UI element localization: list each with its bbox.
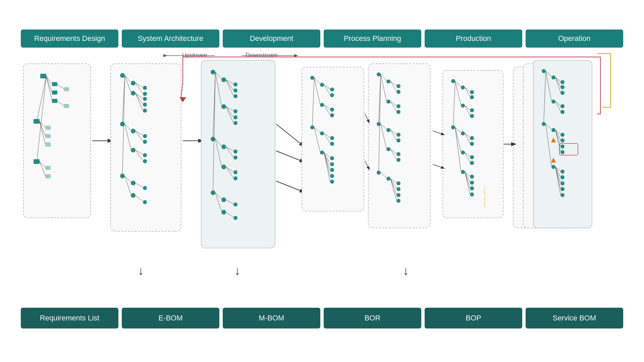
svg-point-214 <box>542 69 546 73</box>
svg-point-148 <box>396 104 400 108</box>
svg-point-88 <box>233 156 237 160</box>
phase-btn-operation2[interactable]: Operation <box>526 29 623 48</box>
svg-point-195 <box>470 136 474 140</box>
svg-point-203 <box>470 161 474 165</box>
svg-point-49 <box>131 148 136 153</box>
svg-point-168 <box>386 177 390 181</box>
svg-point-68 <box>233 82 237 86</box>
svg-point-166 <box>377 171 381 175</box>
svg-point-160 <box>386 147 390 151</box>
svg-point-158 <box>396 138 400 142</box>
svg-point-66 <box>221 77 226 82</box>
down-arrow-prod: ↓ <box>403 264 409 278</box>
svg-point-177 <box>451 79 455 83</box>
svg-point-33 <box>143 92 147 96</box>
svg-point-123 <box>330 136 334 140</box>
panel-development <box>201 60 275 248</box>
svg-point-53 <box>143 159 147 163</box>
svg-rect-16 <box>45 134 51 138</box>
svg-point-222 <box>560 91 565 95</box>
svg-point-78 <box>233 115 237 119</box>
bottom-btn-ebom[interactable]: E-BOM <box>122 308 219 328</box>
svg-point-189 <box>470 114 474 118</box>
svg-point-47 <box>143 140 147 144</box>
svg-point-80 <box>233 121 237 125</box>
svg-point-94 <box>233 176 237 180</box>
svg-point-129 <box>330 156 334 160</box>
svg-point-228 <box>560 110 565 114</box>
bottom-btn-svcbom[interactable]: Service BOM <box>526 308 623 328</box>
svg-point-35 <box>143 97 147 101</box>
svg-point-242 <box>551 165 555 169</box>
bottom-btn-bop[interactable]: BOP <box>425 308 522 328</box>
svg-point-29 <box>131 91 136 96</box>
svg-point-193 <box>461 131 465 135</box>
svg-point-125 <box>330 142 334 146</box>
svg-point-164 <box>396 158 400 162</box>
svg-point-248 <box>560 181 565 185</box>
svg-point-176 <box>396 199 400 203</box>
phase-btn-production2[interactable]: Production <box>425 29 522 48</box>
svg-point-31 <box>143 86 147 90</box>
phase-btn-development2[interactable]: Development <box>223 29 320 48</box>
svg-point-82 <box>211 137 215 141</box>
svg-point-174 <box>396 193 400 197</box>
svg-point-240 <box>560 150 565 154</box>
svg-point-220 <box>560 85 565 89</box>
svg-point-115 <box>330 108 334 112</box>
svg-point-74 <box>221 104 226 109</box>
svg-point-45 <box>143 134 147 138</box>
phase-btn-proc-plan2[interactable]: Process Planning <box>324 29 421 48</box>
svg-point-41 <box>120 122 125 126</box>
svg-point-199 <box>461 150 465 155</box>
svg-point-183 <box>470 95 474 99</box>
bottom-label-row: Requirements List E-BOM M-BOM BOR BOP Se… <box>21 308 623 328</box>
panel-req-design <box>23 64 91 218</box>
svg-point-201 <box>470 155 474 159</box>
arrow-pp-to-prod <box>433 131 442 134</box>
upstream-label: Upstream <box>182 52 207 58</box>
svg-rect-12 <box>34 119 40 124</box>
svg-rect-4 <box>52 90 57 95</box>
svg-point-207 <box>470 175 474 179</box>
svg-point-146 <box>386 100 390 104</box>
svg-point-70 <box>233 88 237 93</box>
svg-point-252 <box>560 193 565 197</box>
svg-point-209 <box>470 181 474 185</box>
svg-point-102 <box>221 210 226 215</box>
svg-point-86 <box>233 149 237 154</box>
svg-rect-18 <box>45 142 51 146</box>
svg-rect-0 <box>40 74 46 78</box>
svg-point-172 <box>396 187 400 191</box>
phase-btn-sys-arch2[interactable]: System Architecture <box>122 29 219 48</box>
svg-point-57 <box>131 181 136 185</box>
panel-pp-2 <box>368 64 430 228</box>
svg-rect-10 <box>64 104 69 108</box>
svg-point-216 <box>551 75 555 79</box>
phase-btn-req-design2[interactable]: Requirements Design <box>21 29 118 48</box>
svg-point-185 <box>461 104 465 108</box>
svg-point-244 <box>560 170 565 174</box>
svg-point-61 <box>131 193 136 198</box>
svg-point-84 <box>221 144 226 149</box>
gold-feedback-loop <box>597 54 610 107</box>
main-diagram: Upstream Downstream <box>20 47 624 315</box>
svg-point-187 <box>470 108 474 112</box>
svg-rect-20 <box>34 159 40 164</box>
svg-point-232 <box>551 128 555 132</box>
svg-point-154 <box>386 128 390 132</box>
bottom-btn-mbom[interactable]: M-BOM <box>223 308 320 328</box>
svg-point-76 <box>233 109 237 113</box>
svg-point-152 <box>377 122 381 126</box>
svg-point-236 <box>560 138 565 142</box>
svg-point-135 <box>330 174 334 178</box>
arrow-dev-to-pp2 <box>276 151 301 161</box>
svg-point-197 <box>470 142 474 146</box>
svg-point-226 <box>560 104 565 108</box>
svg-point-191 <box>451 125 455 129</box>
bottom-btn-bor[interactable]: BOR <box>324 308 421 328</box>
bottom-btn-req-list[interactable]: Requirements List <box>21 308 118 328</box>
svg-point-230 <box>542 122 546 126</box>
arrow-dev-to-pp1 <box>276 124 301 144</box>
svg-point-162 <box>396 152 400 156</box>
